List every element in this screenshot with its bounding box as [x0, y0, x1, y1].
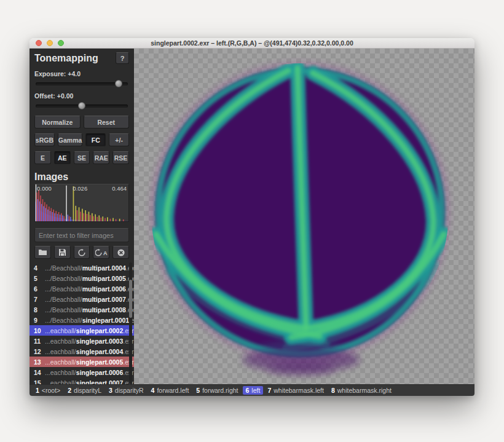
channel-number: 6 [246, 387, 250, 394]
save-button[interactable] [54, 246, 71, 259]
channel-number: 7 [267, 387, 271, 394]
open-folder-button[interactable] [34, 246, 51, 259]
scrollbar-thumb[interactable] [129, 280, 132, 318]
channel-group-whitebarmaskleft[interactable]: 7whitebarmask.left [264, 386, 327, 395]
image-path: .../Beachball/multipart.0008.exr [45, 306, 134, 314]
image-number: 10 [34, 327, 45, 334]
reload-button[interactable] [74, 246, 90, 259]
tonemap-button-srgb[interactable]: sRGB [34, 133, 55, 146]
metric-button-rse[interactable]: RSE [112, 151, 129, 164]
image-list-scrollbar[interactable] [129, 262, 132, 384]
image-number: 7 [34, 296, 45, 303]
tonemap-button-gamma[interactable]: Gamma [58, 133, 83, 146]
image-canvas[interactable] [134, 49, 474, 384]
image-filter-input[interactable] [34, 228, 129, 242]
channel-bar: 1<root>2disparityL3disparityR4forward.le… [30, 384, 474, 396]
image-path: ...eachball/singlepart.0007.exr [45, 379, 134, 385]
image-path: ...eachball/singlepart.0005.exr [45, 358, 134, 366]
image-list-item-4[interactable]: 4.../Beachball/multipart.0004.exr [30, 262, 134, 273]
channel-number: 1 [36, 387, 39, 394]
image-number: 9 [34, 317, 45, 324]
image-number: 6 [34, 285, 45, 293]
offset-label: Offset: +0.00 [34, 92, 129, 100]
metric-button-e[interactable]: E [34, 151, 51, 164]
image-list-item-13[interactable]: 13...eachball/singlepart.0005.exr [30, 357, 134, 367]
channel-group-disparityR[interactable]: 3disparityR [106, 386, 147, 395]
channel-number: 5 [196, 387, 200, 394]
image-number: 5 [34, 275, 45, 282]
channel-label: forward.right [202, 387, 238, 394]
metric-button-se[interactable]: SE [74, 151, 90, 164]
tonemap-mode-row: sRGBGammaFC+/- [34, 133, 129, 146]
image-number: 4 [34, 264, 45, 272]
image-path: ...eachball/singlepart.0002.exr [45, 327, 134, 334]
channel-label: disparityL [74, 387, 101, 394]
image-path: .../Beachball/multipart.0007.exr [45, 296, 134, 303]
tonemapping-title: Tonemapping [34, 53, 98, 64]
reload-all-icon: A [95, 249, 108, 256]
image-number: 11 [34, 337, 45, 345]
channel-number: 3 [109, 387, 112, 394]
exposure-label: Exposure: +4.0 [34, 70, 129, 77]
channel-group-forwardright[interactable]: 5forward.right [193, 386, 241, 395]
reset-button[interactable]: Reset [84, 116, 130, 128]
channel-group-left[interactable]: 6left [243, 386, 264, 395]
reload-all-button[interactable]: A [93, 246, 109, 259]
sidebar: Tonemapping ? Exposure: +4.0 Offset: +0.… [30, 49, 134, 384]
image-list-item-5[interactable]: 5.../Beachball/multipart.0005.exr [30, 273, 134, 283]
exposure-slider-knob[interactable] [115, 80, 122, 87]
channel-label: <root> [42, 387, 60, 394]
channel-group-forwardleft[interactable]: 4forward.left [148, 386, 192, 395]
reload-icon [78, 249, 85, 256]
image-path: .../Beachball/singlepart.0001.exr [45, 317, 134, 324]
histogram: 0.000 0.026 0.464 [34, 184, 129, 222]
exposure-slider-track[interactable] [36, 82, 128, 85]
svg-text:A: A [103, 250, 108, 256]
channel-number: 2 [68, 387, 71, 394]
image-list-item-15[interactable]: 15...eachball/singlepart.0007.exr [30, 377, 134, 384]
image-list: 4.../Beachball/multipart.0004.exr5.../Be… [30, 262, 134, 384]
image-path: .../Beachball/multipart.0006.exr [45, 285, 134, 293]
image-list-item-9[interactable]: 9.../Beachball/singlepart.0001.exr [30, 315, 134, 325]
channel-label: whitebarmask.right [337, 387, 392, 394]
metric-button-ae[interactable]: AE [54, 151, 71, 164]
channel-group-root[interactable]: 1<root> [33, 386, 63, 395]
channel-label: whitebarmask.left [274, 387, 324, 394]
offset-slider[interactable] [36, 101, 128, 111]
image-toolbar: A [34, 246, 129, 259]
image-list-item-6[interactable]: 6.../Beachball/multipart.0006.exr [30, 283, 134, 294]
channel-number: 8 [331, 387, 335, 394]
image-path: .../Beachball/multipart.0004.exr [45, 264, 134, 272]
help-button[interactable]: ? [116, 52, 129, 64]
metric-button-rae[interactable]: RAE [93, 151, 109, 164]
channel-group-whitebarmaskright[interactable]: 8whitebarmask.right [328, 386, 395, 395]
images-title: Images [34, 172, 129, 183]
offset-slider-knob[interactable] [78, 102, 85, 109]
window-title: singlepart.0002.exr – left.(R,G,B,A) – @… [30, 39, 474, 47]
channel-label: left [251, 387, 260, 394]
image-path: ...eachball/singlepart.0004.exr [45, 348, 134, 355]
image-number: 15 [34, 379, 45, 385]
exposure-slider[interactable] [36, 79, 128, 89]
image-list-item-8[interactable]: 8.../Beachball/multipart.0008.exr [30, 304, 134, 315]
tonemap-button-fc[interactable]: FC [85, 133, 106, 146]
beachball-render [134, 49, 474, 384]
image-number: 8 [34, 306, 45, 314]
close-all-button[interactable] [112, 246, 129, 259]
image-list-item-12[interactable]: 12...eachball/singlepart.0004.exr [30, 346, 134, 357]
image-path: .../Beachball/multipart.0005.exr [45, 275, 134, 282]
image-number: 12 [34, 348, 45, 355]
channel-label: disparityR [115, 387, 144, 394]
image-list-item-11[interactable]: 11...eachball/singlepart.0003.exr [30, 336, 134, 346]
image-list-item-14[interactable]: 14...eachball/singlepart.0006.exr [30, 367, 134, 377]
titlebar[interactable]: singlepart.0002.exr – left.(R,G,B,A) – @… [30, 38, 474, 49]
image-number: 14 [34, 369, 45, 376]
normalize-button[interactable]: Normalize [34, 116, 81, 128]
image-list-item-10[interactable]: 10...eachball/singlepart.0002.exr [30, 325, 134, 336]
image-path: ...eachball/singlepart.0006.exr [45, 369, 134, 376]
close-all-icon [117, 249, 125, 256]
tonemap-button-[interactable]: +/- [109, 133, 129, 146]
channel-group-disparityL[interactable]: 2disparityL [65, 386, 104, 395]
image-list-item-7[interactable]: 7.../Beachball/multipart.0007.exr [30, 294, 134, 304]
image-number: 13 [34, 358, 45, 366]
